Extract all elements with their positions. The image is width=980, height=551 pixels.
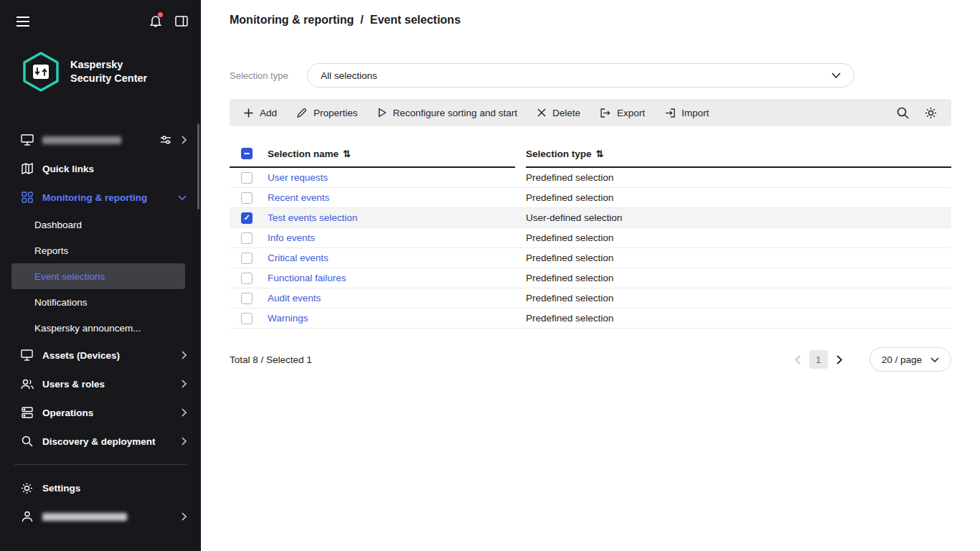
sidebar-item-quick-links[interactable]: Quick links xyxy=(0,154,201,183)
sidebar-item-dashboard[interactable]: Dashboard xyxy=(0,212,201,237)
export-icon xyxy=(600,108,611,118)
selection-name-link[interactable]: Audit events xyxy=(268,293,526,303)
table-row[interactable]: User requests Predefined selection xyxy=(230,168,951,188)
table-row[interactable]: Functional failures Predefined selection xyxy=(230,268,951,288)
row-checkbox[interactable] xyxy=(241,172,253,184)
breadcrumb-parent[interactable]: Monitoring & reporting xyxy=(230,14,354,27)
username-redacted xyxy=(42,513,127,521)
toolbar: Add Properties Reconfigure sorting and s… xyxy=(230,99,951,126)
current-page[interactable]: 1 xyxy=(809,350,828,369)
selection-type-cell: User-defined selection xyxy=(526,212,951,223)
breadcrumb: Monitoring & reporting / Event selection… xyxy=(201,0,980,40)
sidebar-item-discovery-deployment[interactable]: Discovery & deployment xyxy=(0,427,201,456)
select-all-checkbox[interactable] xyxy=(241,148,253,159)
row-checkbox[interactable] xyxy=(241,293,253,304)
sidebar-item-reports[interactable]: Reports xyxy=(0,237,201,263)
sidebar: Kaspersky Security Center xyxy=(0,0,201,551)
sidebar-item-monitoring-reporting[interactable]: Monitoring & reporting xyxy=(0,183,201,212)
selection-type-label: Selection type xyxy=(230,70,307,81)
selection-name-link[interactable]: Info events xyxy=(268,232,526,243)
row-checkbox[interactable] xyxy=(241,232,253,244)
selections-table: Selection name ⇅ Selection type ⇅ User r… xyxy=(230,141,951,329)
user-icon xyxy=(20,511,34,522)
selection-type-value: All selections xyxy=(321,70,377,81)
pencil-icon xyxy=(297,108,307,118)
selection-name-link[interactable]: Test events selection xyxy=(268,212,526,223)
breadcrumb-separator: / xyxy=(360,14,363,27)
sidebar-topbar xyxy=(0,0,201,28)
filter-row: Selection type All selections xyxy=(230,63,951,88)
chevron-right-icon xyxy=(182,437,187,446)
selection-name-link[interactable]: Warnings xyxy=(268,313,526,324)
table-row[interactable]: Recent events Predefined selection xyxy=(230,188,951,208)
column-header-selection-name[interactable]: Selection name ⇅ xyxy=(268,149,351,159)
hamburger-menu-icon[interactable] xyxy=(16,16,30,27)
chevron-right-icon xyxy=(182,380,187,388)
row-checkbox[interactable] xyxy=(241,313,253,324)
map-icon xyxy=(20,163,34,174)
sidebar-item-kaspersky-announcements[interactable]: Kaspersky announcem... xyxy=(0,315,201,341)
chevron-right-icon[interactable] xyxy=(182,136,187,144)
table-row[interactable]: Test events selection User-defined selec… xyxy=(230,208,951,228)
prev-page-button[interactable] xyxy=(793,354,802,366)
panel-toggle-icon[interactable] xyxy=(175,16,188,27)
import-button[interactable]: Import xyxy=(655,99,719,126)
brand-name: Kaspersky Security Center xyxy=(70,58,147,85)
close-icon xyxy=(537,108,546,117)
export-button[interactable]: Export xyxy=(590,99,655,126)
add-button[interactable]: Add xyxy=(234,99,287,126)
sidebar-item-operations[interactable]: Operations xyxy=(0,398,201,427)
table-row[interactable]: Info events Predefined selection xyxy=(230,228,951,248)
selection-name-link[interactable]: Functional failures xyxy=(268,273,526,283)
sort-icon[interactable]: ⇅ xyxy=(343,149,351,159)
selection-type-cell: Predefined selection xyxy=(526,172,951,183)
sidebar-item-label: Notifications xyxy=(34,297,88,308)
sidebar-item-event-selections[interactable]: Event selections xyxy=(11,263,185,289)
sidebar-item-notifications[interactable]: Notifications xyxy=(0,289,201,315)
table-row[interactable]: Warnings Predefined selection xyxy=(230,309,951,329)
sidebar-item-label: Reports xyxy=(34,245,68,256)
sidebar-item-label: Users & roles xyxy=(42,379,105,390)
selection-type-select[interactable]: All selections xyxy=(307,63,854,88)
brand: Kaspersky Security Center xyxy=(22,51,201,93)
row-checkbox[interactable] xyxy=(241,212,253,224)
row-checkbox[interactable] xyxy=(241,192,253,204)
table-row[interactable]: Audit events Predefined selection xyxy=(230,288,951,309)
sidebar-item-label: Discovery & deployment xyxy=(42,436,156,447)
sliders-icon[interactable] xyxy=(160,135,171,145)
sidebar-scrollbar[interactable] xyxy=(197,123,199,209)
page-size-select[interactable]: 20 / page xyxy=(870,347,951,372)
properties-button[interactable]: Properties xyxy=(287,99,368,126)
selection-name-link[interactable]: Critical events xyxy=(268,253,526,263)
reconfigure-start-button[interactable]: Reconfigure sorting and start xyxy=(368,99,527,126)
gear-icon[interactable] xyxy=(920,103,941,123)
row-checkbox[interactable] xyxy=(241,273,253,284)
search-icon[interactable] xyxy=(892,103,913,123)
sort-icon[interactable]: ⇅ xyxy=(596,149,604,159)
table-header: Selection name ⇅ Selection type ⇅ xyxy=(230,141,951,168)
sidebar-item-label: Operations xyxy=(42,408,93,418)
row-checkbox[interactable] xyxy=(241,253,253,264)
main-area: Monitoring & reporting / Event selection… xyxy=(201,0,980,551)
column-header-selection-type[interactable]: Selection type ⇅ xyxy=(526,149,603,159)
table-row[interactable]: Critical events Predefined selection xyxy=(230,248,951,268)
delete-button[interactable]: Delete xyxy=(527,99,590,126)
sidebar-item-server[interactable] xyxy=(0,126,201,154)
notification-dot xyxy=(158,12,163,17)
chevron-down-icon xyxy=(178,195,187,200)
sidebar-item-assets-devices[interactable]: Assets (Devices) xyxy=(0,341,201,369)
sidebar-item-settings[interactable]: Settings xyxy=(0,474,201,502)
selection-name-link[interactable]: User requests xyxy=(268,172,526,183)
selection-type-cell: Predefined selection xyxy=(526,273,951,283)
notifications-bell-icon[interactable] xyxy=(149,14,162,28)
gear-icon xyxy=(20,482,34,494)
sidebar-item-label: Dashboard xyxy=(34,220,82,230)
sidebar-item-users-roles[interactable]: Users & roles xyxy=(0,369,201,398)
selection-name-link[interactable]: Recent events xyxy=(268,192,526,203)
plus-icon xyxy=(244,108,253,118)
sidebar-item-account[interactable] xyxy=(0,502,201,531)
next-page-button[interactable] xyxy=(835,354,844,366)
import-icon xyxy=(665,108,675,118)
chevron-down-icon xyxy=(930,357,939,362)
sidebar-item-label: Assets (Devices) xyxy=(42,350,120,361)
